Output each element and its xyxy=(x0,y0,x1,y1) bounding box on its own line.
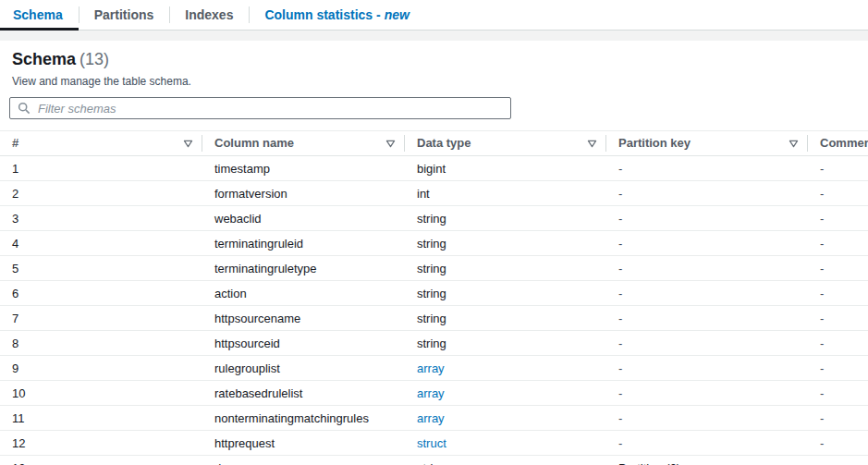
cell-row-number: 9 xyxy=(0,356,202,381)
filter-dropdown-icon[interactable] xyxy=(789,140,799,148)
cell-comment: - xyxy=(808,231,868,256)
data-type-link[interactable]: array xyxy=(417,386,445,400)
cell-column-name: rulegrouplist xyxy=(202,356,405,381)
data-type-link[interactable]: struct xyxy=(417,436,446,450)
cell-data-type: array xyxy=(405,381,606,406)
filter-container xyxy=(9,97,511,119)
column-header-label: Data type xyxy=(417,136,471,150)
schema-panel: Schema(13) View and manage the table sch… xyxy=(0,41,868,465)
tab-label: Indexes xyxy=(185,7,233,22)
filter-dropdown-icon[interactable] xyxy=(587,140,597,148)
filter-dropdown-icon[interactable] xyxy=(385,140,396,148)
schema-table: #Column nameData typePartition keyCommen… xyxy=(0,130,868,465)
cell-column-name: ratebasedrulelist xyxy=(202,381,405,406)
column-header-comment[interactable]: Comment xyxy=(808,131,868,156)
cell-partition-key: - xyxy=(606,231,808,256)
cell-data-type: string xyxy=(405,231,606,256)
table-row: 13daystringPartition (0)- xyxy=(0,456,868,465)
panel-title: Schema xyxy=(12,50,76,68)
cell-comment: - xyxy=(808,356,868,381)
cell-data-type: array xyxy=(405,356,606,381)
table-row: 5terminatingruletypestring-- xyxy=(0,256,868,281)
cell-comment: - xyxy=(808,406,868,431)
cell-column-name: httpsourcename xyxy=(202,306,405,331)
tab-label: Partitions xyxy=(94,7,154,22)
cell-comment: - xyxy=(808,156,868,181)
cell-column-name: terminatingruleid xyxy=(202,231,405,256)
cell-data-type: string xyxy=(405,256,606,281)
column-header-column-name[interactable]: Column name xyxy=(202,131,405,156)
cell-comment: - xyxy=(808,381,868,406)
cell-column-name: nonterminatingmatchingrules xyxy=(202,406,405,431)
schema-table-body: 1timestampbigint--2formatversionint--3we… xyxy=(0,156,868,465)
tab-partitions[interactable]: Partitions xyxy=(79,0,170,30)
table-row: 3webaclidstring-- xyxy=(0,206,868,231)
cell-comment: - xyxy=(808,206,868,231)
cell-data-type: string xyxy=(405,331,606,356)
cell-partition-key: - xyxy=(606,156,808,181)
cell-comment: - xyxy=(808,306,868,331)
header-row: #Column nameData typePartition keyCommen… xyxy=(0,131,868,156)
cell-row-number: 8 xyxy=(0,331,202,356)
column-header-data-type[interactable]: Data type xyxy=(405,131,606,156)
data-type-link[interactable]: array xyxy=(417,361,445,375)
tab-label: Schema xyxy=(13,7,63,22)
tab-label: Column statistics - xyxy=(264,7,380,22)
cell-partition-key: - xyxy=(606,206,808,231)
column-header-partition-key[interactable]: Partition key xyxy=(606,131,808,156)
cell-data-type: bigint xyxy=(405,156,606,181)
cell-partition-key: - xyxy=(606,331,808,356)
cell-row-number: 2 xyxy=(0,181,202,206)
cell-column-name: httprequest xyxy=(202,431,405,456)
schema-table-header: #Column nameData typePartition keyCommen… xyxy=(0,131,868,156)
table-row: 2formatversionint-- xyxy=(0,181,868,206)
cell-row-number: 3 xyxy=(0,206,202,231)
tab-bar: SchemaPartitionsIndexesColumn statistics… xyxy=(0,0,868,31)
filter-schemas-input[interactable] xyxy=(9,97,511,119)
cell-data-type: string xyxy=(405,456,606,465)
tab-indexes[interactable]: Indexes xyxy=(169,0,249,30)
cell-row-number: 6 xyxy=(0,281,202,306)
cell-partition-key: - xyxy=(606,306,808,331)
cell-data-type: array xyxy=(405,406,606,431)
data-type-link[interactable]: array xyxy=(417,411,445,425)
table-row: 6actionstring-- xyxy=(0,281,868,306)
tab-schema[interactable]: Schema xyxy=(0,0,79,30)
table-row: 11nonterminatingmatchingrulesarray-- xyxy=(0,406,868,431)
cell-row-number: 7 xyxy=(0,306,202,331)
panel-count: (13) xyxy=(79,50,109,68)
cell-row-number: 11 xyxy=(0,406,202,431)
cell-column-name: terminatingruletype xyxy=(202,256,405,281)
cell-column-name: action xyxy=(202,281,405,306)
cell-row-number: 5 xyxy=(0,256,202,281)
cell-comment: - xyxy=(808,281,868,306)
table-row: 12httprequeststruct-- xyxy=(0,431,868,456)
cell-comment: - xyxy=(808,456,868,465)
tab-column-statistics[interactable]: Column statistics -new xyxy=(249,0,424,30)
cell-partition-key: - xyxy=(606,356,808,381)
cell-column-name: httpsourceid xyxy=(202,331,405,356)
cell-data-type: int xyxy=(405,181,606,206)
cell-column-name: timestamp xyxy=(202,156,405,181)
table-row: 9rulegrouplistarray-- xyxy=(0,356,868,381)
cell-partition-key: - xyxy=(606,256,808,281)
cell-column-name: webaclid xyxy=(202,206,405,231)
cell-comment: - xyxy=(808,181,868,206)
column-header-label: # xyxy=(12,136,18,150)
column-header-number[interactable]: # xyxy=(0,131,202,156)
cell-row-number: 1 xyxy=(0,156,202,181)
cell-data-type: string xyxy=(405,306,606,331)
cell-column-name: formatversion xyxy=(202,181,405,206)
cell-comment: - xyxy=(808,431,868,456)
cell-partition-key: - xyxy=(606,381,808,406)
filter-dropdown-icon[interactable] xyxy=(183,140,193,148)
column-header-label: Partition key xyxy=(618,136,691,150)
column-header-label: Column name xyxy=(214,136,294,150)
tab-content-divider xyxy=(0,31,868,41)
cell-partition-key: - xyxy=(606,281,808,306)
table-row: 8httpsourceidstring-- xyxy=(0,331,868,356)
table-row: 4terminatingruleidstring-- xyxy=(0,231,868,256)
table-row: 7httpsourcenamestring-- xyxy=(0,306,868,331)
cell-partition-key: - xyxy=(606,181,808,206)
table-row: 1timestampbigint-- xyxy=(0,156,868,181)
